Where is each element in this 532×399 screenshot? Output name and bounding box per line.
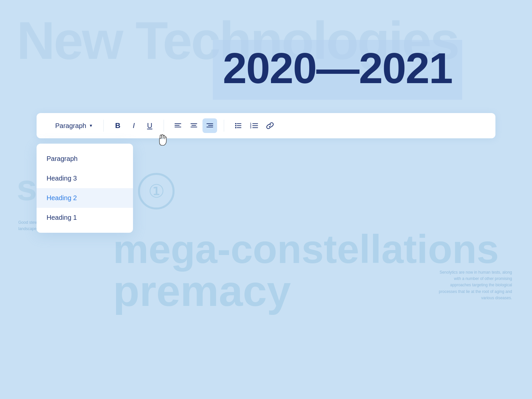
svg-point-11 <box>235 125 236 126</box>
dropdown-item-heading2[interactable]: Heading 2 <box>37 188 133 208</box>
svg-text:3: 3 <box>250 126 251 129</box>
link-button[interactable] <box>263 118 277 133</box>
bg-year-block: 2020—2021 <box>213 40 462 100</box>
align-right-button[interactable] <box>202 118 217 133</box>
svg-point-13 <box>235 127 236 128</box>
bg-circle: ① <box>138 173 175 209</box>
dropdown-item-paragraph[interactable]: Paragraph <box>37 149 133 169</box>
format-section: B I U <box>104 118 164 133</box>
alignment-section <box>164 118 224 133</box>
paragraph-selector-section: Paragraph ▼ <box>45 119 103 132</box>
bg-year: 2020—2021 <box>223 43 452 93</box>
bg-small-text-right: Senolytics are now in human tests, along… <box>432 269 512 301</box>
align-center-button[interactable] <box>187 118 201 133</box>
underline-button[interactable]: U <box>142 118 157 133</box>
bullet-list-button[interactable] <box>231 118 245 133</box>
dropdown-item-heading3[interactable]: Heading 3 <box>37 169 133 188</box>
paragraph-selector[interactable]: Paragraph ▼ <box>51 119 97 132</box>
dropdown-arrow-icon: ▼ <box>89 123 93 128</box>
paragraph-dropdown: Paragraph Heading 3 Heading 2 Heading 1 <box>37 144 133 233</box>
bg-mega: mega-constellations <box>113 226 499 272</box>
align-left-button[interactable] <box>171 118 185 133</box>
dropdown-item-heading1[interactable]: Heading 1 <box>37 208 133 227</box>
bg-supremacy: premacy <box>113 266 291 316</box>
numbered-list-button[interactable]: 1 2 3 <box>247 118 261 133</box>
bold-button[interactable]: B <box>110 118 125 133</box>
italic-button[interactable]: I <box>126 118 141 133</box>
paragraph-label: Paragraph <box>55 122 86 130</box>
list-section: 1 2 3 <box>224 118 284 133</box>
svg-point-9 <box>235 123 236 124</box>
toolbar: Paragraph ▼ B I U <box>37 113 495 138</box>
